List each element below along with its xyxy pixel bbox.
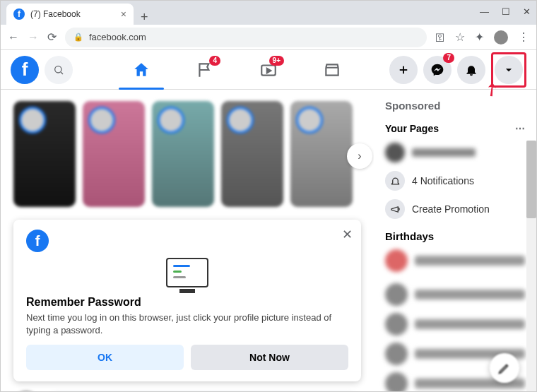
close-window-icon[interactable]: ✕	[523, 6, 531, 17]
ok-button[interactable]: OK	[26, 345, 184, 370]
browser-menu-icon[interactable]: ⋮	[518, 30, 529, 44]
scroll-thumb[interactable]	[526, 141, 536, 218]
center-nav: 4 9+	[113, 50, 424, 90]
messenger-badge: 7	[443, 53, 454, 63]
marketplace-icon	[323, 61, 341, 79]
minimize-icon[interactable]: —	[480, 6, 489, 17]
bell-icon	[464, 63, 478, 77]
svg-point-0	[55, 66, 61, 72]
create-button[interactable]	[389, 56, 418, 84]
nav-watch[interactable]: 9+	[240, 52, 297, 88]
maximize-icon[interactable]: ☐	[502, 6, 510, 17]
nav-home[interactable]	[113, 52, 170, 88]
lock-icon: 🔒	[73, 32, 83, 42]
story-card[interactable]	[13, 101, 76, 207]
dialog-body: Next time you log in on this browser, ju…	[26, 311, 348, 336]
nav-marketplace[interactable]	[304, 52, 360, 88]
notifications-text: 4 Notifications	[412, 175, 474, 186]
close-tab-icon[interactable]: ×	[121, 8, 126, 20]
edit-icon	[497, 361, 512, 375]
story-card[interactable]	[152, 101, 214, 207]
sponsored-heading: Sponsored	[385, 100, 525, 112]
page-scrollbar[interactable]	[526, 141, 536, 391]
stories-next-button[interactable]: ›	[347, 143, 372, 169]
dialog-illustration	[26, 258, 348, 287]
new-message-fab[interactable]	[490, 353, 519, 383]
pages-badge: 4	[209, 56, 220, 66]
reload-icon[interactable]: ⟳	[47, 30, 57, 44]
page-item[interactable]	[385, 143, 525, 162]
plus-icon	[397, 64, 410, 76]
story-card[interactable]	[290, 101, 353, 207]
page-notifications-link[interactable]: 4 Notifications	[385, 171, 525, 191]
create-promotion-link[interactable]: Create Promotion	[385, 199, 525, 219]
nav-pages[interactable]: 4	[177, 52, 233, 88]
content-area: › ✕ f Remember Password Next time you lo…	[1, 90, 536, 392]
svg-line-1	[61, 72, 63, 74]
contact-item[interactable]	[385, 313, 525, 335]
account-menu-highlight	[491, 52, 526, 88]
story-card[interactable]	[221, 101, 283, 207]
bell-outline-icon	[385, 171, 405, 191]
tab-title: (7) Facebook	[30, 9, 81, 19]
dialog-close-icon[interactable]: ✕	[342, 227, 353, 242]
monitor-icon	[166, 258, 208, 287]
chevron-down-icon	[504, 65, 514, 75]
browser-tab[interactable]: f (7) Facebook ×	[6, 4, 134, 25]
facebook-logo-small: f	[26, 230, 49, 252]
megaphone-icon	[385, 199, 405, 219]
forward-icon: →	[28, 31, 39, 44]
window-titlebar: f (7) Facebook × + — ☐ ✕	[1, 1, 536, 25]
url-text: facebook.com	[89, 32, 146, 42]
home-icon	[132, 61, 151, 79]
window-controls: — ☐ ✕	[480, 6, 531, 17]
notifications-button[interactable]	[457, 56, 485, 84]
contact-item[interactable]	[385, 283, 525, 306]
new-tab-button[interactable]: +	[134, 10, 155, 25]
search-button[interactable]	[45, 56, 73, 84]
birthdays-heading: Birthdays	[385, 230, 525, 242]
stories-row: ›	[13, 101, 361, 207]
remember-password-dialog: ✕ f Remember Password Next time you log …	[13, 220, 361, 381]
star-icon[interactable]: ☆	[455, 30, 465, 44]
facebook-favicon: f	[13, 8, 25, 20]
browser-toolbar: ← → ⟳ 🔒 facebook.com ⚿ ☆ ✦ ⋮	[1, 25, 536, 50]
messenger-button[interactable]: 7	[423, 56, 452, 84]
right-sidebar: Sponsored Your Pages ⋯ 4 Notifications	[374, 90, 536, 392]
watch-badge: 9+	[269, 56, 284, 66]
feed-column: › ✕ f Remember Password Next time you lo…	[1, 90, 374, 392]
facebook-header: f 4 9+ 7	[1, 50, 536, 90]
right-nav: 7	[389, 52, 526, 88]
pages-options-icon[interactable]: ⋯	[515, 123, 525, 134]
messenger-icon	[430, 63, 444, 77]
extensions-icon[interactable]: ✦	[475, 30, 484, 44]
your-pages-heading: Your Pages	[385, 123, 439, 134]
address-bar[interactable]: 🔒 facebook.com	[65, 28, 427, 47]
not-now-button[interactable]: Not Now	[191, 345, 348, 370]
account-menu-button[interactable]	[495, 56, 523, 84]
story-card[interactable]	[83, 101, 145, 207]
key-icon[interactable]: ⚿	[435, 32, 445, 43]
facebook-logo[interactable]: f	[11, 56, 39, 84]
create-promotion-text: Create Promotion	[412, 203, 490, 215]
dialog-title: Remember Password	[26, 296, 348, 309]
back-icon[interactable]: ←	[8, 31, 19, 44]
search-icon	[53, 64, 64, 76]
profile-avatar[interactable]	[494, 30, 508, 44]
birthday-item[interactable]	[385, 249, 525, 272]
